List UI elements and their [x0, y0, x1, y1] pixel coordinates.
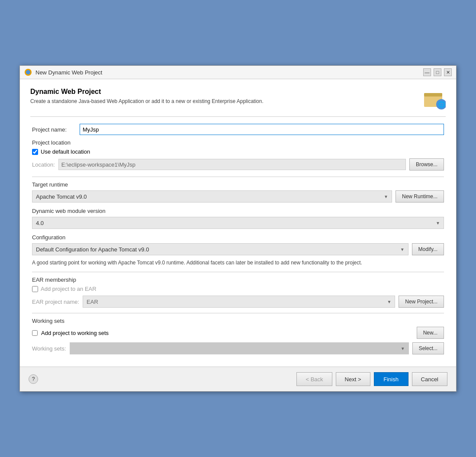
web-module-arrow: ▼	[436, 221, 440, 225]
configuration-select[interactable]: Default Configuration for Apache Tomcat …	[32, 243, 408, 255]
title-bar-left: New Dynamic Web Project	[24, 68, 102, 76]
ear-project-name-row: EAR project name: EAR ▼ New Project...	[32, 296, 444, 308]
ear-arrow: ▼	[387, 299, 391, 304]
project-name-label: Project name:	[32, 126, 75, 133]
configuration-value: Default Configuration for Apache Tomcat …	[36, 246, 149, 253]
dialog-header: Dynamic Web Project Create a standalone …	[30, 88, 446, 117]
dialog-header-text: Dynamic Web Project Create a standalone …	[30, 88, 264, 104]
project-name-input[interactable]	[80, 124, 444, 135]
project-location-section: Project location Use default location Lo…	[32, 139, 444, 171]
configuration-arrow: ▼	[400, 247, 405, 252]
target-runtime-row: Apache Tomcat v9.0 ▼ New Runtime...	[32, 190, 444, 203]
configuration-row: Default Configuration for Apache Tomcat …	[32, 243, 444, 255]
target-runtime-value: Apache Tomcat v9.0	[36, 193, 87, 200]
working-sets-label-field: Working sets:	[32, 345, 66, 352]
dialog-footer: ? < Back Next > Finish Cancel	[20, 367, 456, 391]
web-module-value: 4.0	[36, 220, 44, 226]
close-button[interactable]: ✕	[444, 68, 452, 76]
title-bar-controls: — □ ✕	[423, 68, 452, 76]
ear-project-name-value: EAR	[87, 299, 98, 305]
working-sets-row: Working sets: ▼ Select...	[32, 342, 444, 354]
modify-button[interactable]: Modify...	[412, 243, 444, 255]
configuration-section: Configuration Default Configuration for …	[32, 234, 444, 267]
target-runtime-arrow: ▼	[384, 194, 388, 199]
target-runtime-section: Target runtime Apache Tomcat v9.0 ▼ New …	[32, 181, 444, 203]
project-name-row: Project name:	[32, 124, 444, 135]
web-module-label: Dynamic web module version	[32, 208, 444, 214]
dialog-window: New Dynamic Web Project — □ ✕ Dynamic We…	[19, 65, 457, 392]
add-to-ear-checkbox[interactable]	[32, 286, 38, 292]
add-to-ear-label[interactable]: Add project to an EAR	[41, 286, 96, 292]
target-runtime-select[interactable]: Apache Tomcat v9.0 ▼	[32, 190, 392, 203]
working-sets-arrow: ▼	[401, 346, 405, 351]
finish-button[interactable]: Finish	[374, 372, 408, 386]
use-default-label[interactable]: Use default location	[41, 148, 90, 155]
ear-project-name-select[interactable]: EAR ▼	[83, 296, 395, 308]
project-location-label: Project location	[32, 139, 444, 146]
maximize-button[interactable]: □	[434, 68, 441, 76]
ear-membership-label: EAR membership	[32, 277, 444, 283]
title-bar: New Dynamic Web Project — □ ✕	[20, 66, 456, 79]
new-working-set-button[interactable]: New...	[417, 327, 444, 339]
svg-text:🌐: 🌐	[438, 101, 446, 108]
minimize-button[interactable]: —	[423, 68, 431, 76]
svg-point-1	[26, 70, 30, 74]
add-to-working-sets-label[interactable]: Add project to working sets	[41, 330, 413, 336]
help-button[interactable]: ?	[29, 374, 38, 384]
add-to-working-sets-row: Add project to working sets New...	[32, 327, 444, 339]
divider-2	[32, 272, 444, 272]
use-default-location-row: Use default location	[32, 148, 444, 155]
browse-button[interactable]: Browse...	[409, 158, 444, 171]
divider-3	[32, 313, 444, 313]
web-module-section: Dynamic web module version 4.0 ▼	[32, 208, 444, 229]
dialog-title: Dynamic Web Project	[30, 88, 264, 96]
new-runtime-button[interactable]: New Runtime...	[396, 190, 444, 203]
use-default-checkbox[interactable]	[32, 149, 38, 155]
footer-right: < Back Next > Finish Cancel	[296, 372, 447, 386]
window-title: New Dynamic Web Project	[35, 69, 102, 76]
select-working-set-button[interactable]: Select...	[412, 342, 444, 354]
location-row: Location: Browse...	[32, 158, 444, 171]
ear-project-name-label: EAR project name:	[32, 299, 79, 305]
svg-rect-3	[424, 93, 442, 97]
back-button[interactable]: < Back	[296, 372, 332, 386]
working-sets-section: Working sets Add project to working sets…	[32, 318, 444, 354]
form-body: Project name: Project location Use defau…	[30, 124, 446, 354]
add-to-ear-row: Add project to an EAR	[32, 286, 444, 292]
cancel-button[interactable]: Cancel	[412, 372, 447, 386]
footer-left: ?	[29, 374, 38, 384]
dialog-subtitle: Create a standalone Java-based Web Appli…	[30, 98, 264, 104]
dialog-icon-small	[24, 68, 32, 76]
next-button[interactable]: Next >	[336, 372, 370, 386]
working-sets-label: Working sets	[32, 318, 444, 324]
ear-membership-section: EAR membership Add project to an EAR EAR…	[32, 277, 444, 308]
location-label: Location:	[32, 161, 55, 168]
configuration-label: Configuration	[32, 234, 444, 241]
new-project-button[interactable]: New Project...	[399, 296, 444, 308]
divider-1	[32, 177, 444, 177]
web-module-select[interactable]: 4.0 ▼	[32, 217, 444, 229]
dialog-content: Dynamic Web Project Create a standalone …	[20, 79, 456, 367]
configuration-info: A good starting point for working with A…	[32, 259, 444, 267]
working-sets-select[interactable]: ▼	[70, 342, 409, 354]
location-input[interactable]	[58, 159, 406, 170]
add-to-working-sets-checkbox[interactable]	[32, 330, 38, 336]
target-runtime-label: Target runtime	[32, 181, 444, 188]
dialog-header-icon: 🌐	[423, 88, 446, 110]
